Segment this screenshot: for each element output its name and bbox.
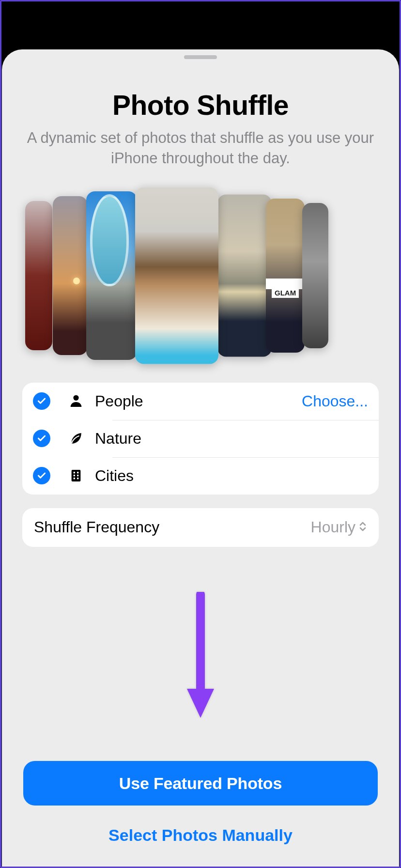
- frequency-label: Shuffle Frequency: [34, 518, 311, 536]
- chevron-up-down-icon: [358, 518, 367, 536]
- frequency-value: Hourly: [311, 518, 367, 536]
- svg-rect-4: [74, 475, 75, 476]
- sheet-grabber[interactable]: [184, 55, 217, 59]
- category-label: Cities: [95, 467, 368, 485]
- photo-thumbnail: [302, 203, 328, 348]
- photo-thumbnail: [217, 194, 272, 356]
- svg-rect-3: [77, 472, 78, 473]
- category-label: People: [95, 392, 302, 410]
- checkmark-icon[interactable]: [33, 467, 50, 484]
- category-row-people[interactable]: People Choose...: [22, 383, 379, 420]
- checkmark-icon[interactable]: [33, 392, 50, 410]
- shuffle-frequency-row[interactable]: Shuffle Frequency Hourly: [22, 508, 379, 547]
- svg-point-0: [73, 395, 78, 401]
- person-icon: [67, 393, 85, 409]
- category-row-cities[interactable]: Cities: [22, 457, 379, 495]
- svg-rect-7: [77, 478, 78, 479]
- photo-carousel[interactable]: GLAM: [2, 186, 399, 365]
- checkmark-icon[interactable]: [33, 430, 50, 447]
- header: Photo Shuffle A dynamic set of photos th…: [2, 59, 399, 169]
- svg-rect-1: [72, 470, 81, 481]
- select-photos-manually-button[interactable]: Select Photos Manually: [23, 820, 378, 851]
- photo-thumbnail: [86, 191, 137, 360]
- category-label: Nature: [95, 430, 368, 448]
- svg-rect-6: [74, 478, 75, 479]
- footer: Use Featured Photos Select Photos Manual…: [2, 761, 399, 851]
- page-title: Photo Shuffle: [21, 89, 380, 121]
- svg-rect-2: [74, 472, 75, 473]
- use-featured-photos-button[interactable]: Use Featured Photos: [23, 761, 378, 806]
- svg-rect-5: [77, 475, 78, 476]
- photo-thumbnail: GLAM: [266, 199, 305, 353]
- photo-shuffle-sheet: Photo Shuffle A dynamic set of photos th…: [2, 49, 399, 868]
- page-subtitle: A dynamic set of photos that shuffle as …: [21, 128, 380, 169]
- photo-thumbnail: [53, 196, 88, 355]
- building-icon: [67, 468, 85, 483]
- category-list: People Choose... Nature Cities: [22, 383, 379, 495]
- leaf-icon: [67, 431, 85, 446]
- choose-button[interactable]: Choose...: [302, 392, 368, 410]
- photo-thumbnail-front: [135, 187, 218, 364]
- category-row-nature[interactable]: Nature: [22, 420, 379, 457]
- photo-thumbnail: [25, 201, 52, 350]
